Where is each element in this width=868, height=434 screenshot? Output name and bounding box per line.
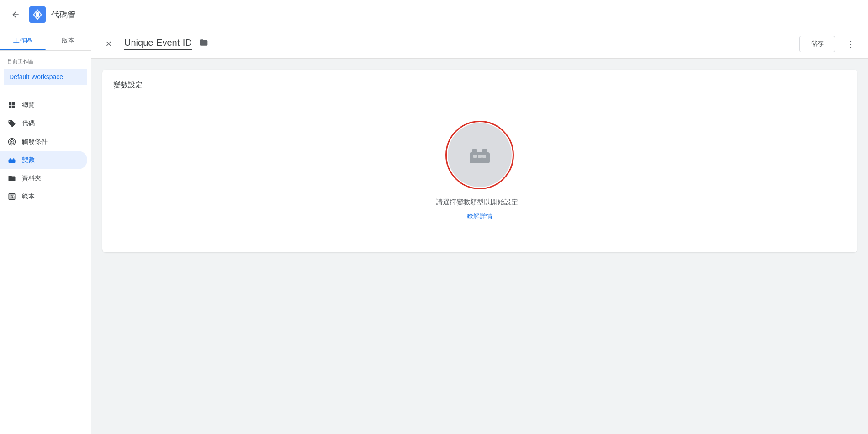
svg-rect-15 (482, 155, 486, 158)
panel-header: × Unique-Event-ID 儲存 ⋮ (91, 29, 868, 59)
templates-label: 範本 (22, 193, 35, 201)
panel-content: 變數設定 (91, 59, 868, 434)
sidebar-item-overview[interactable]: 總覽 (0, 96, 87, 114)
svg-rect-1 (36, 12, 39, 17)
back-icon (11, 10, 20, 19)
more-options-button[interactable]: ⋮ (842, 36, 859, 52)
sidebar-item-variables[interactable]: 變數 (0, 151, 87, 169)
grid-icon (7, 101, 16, 110)
placeholder-text: 請選擇變數類型以開始設定... (436, 198, 524, 207)
close-button[interactable]: × (101, 36, 117, 52)
workspace-badge[interactable]: Default Workspace (4, 69, 87, 85)
folder-icon (7, 174, 16, 183)
close-icon: × (106, 39, 112, 49)
template-icon (7, 192, 16, 201)
variables-label: 變數 (22, 156, 35, 164)
tab-version[interactable]: 版本 (46, 29, 91, 50)
workspace-section-label: 目前工作區 (0, 51, 91, 69)
sidebar-item-triggers[interactable]: 觸發條件 (0, 133, 87, 151)
overview-label: 總覽 (22, 101, 35, 109)
svg-point-4 (11, 141, 13, 143)
sidebar-item-tags[interactable]: 代碼 (0, 114, 87, 133)
panel-folder-icon[interactable] (199, 38, 208, 49)
triggers-label: 觸發條件 (22, 138, 48, 146)
lego-placeholder-icon (466, 141, 493, 169)
target-icon (7, 137, 16, 146)
svg-rect-5 (9, 160, 16, 163)
variable-config-card: 變數設定 (102, 70, 857, 252)
svg-rect-6 (10, 158, 11, 160)
learn-more-link[interactable]: 瞭解詳情 (467, 212, 492, 220)
card-title: 變數設定 (113, 80, 846, 90)
back-button[interactable] (7, 6, 24, 23)
app-title: 代碼管 (51, 9, 76, 20)
svg-rect-14 (478, 155, 482, 158)
tab-workspace[interactable]: 工作區 (0, 29, 46, 50)
svg-rect-11 (472, 149, 477, 153)
gtm-logo-icon (29, 6, 46, 23)
topbar: 代碼管 (0, 0, 868, 29)
panel-title: Unique-Event-ID (124, 38, 192, 50)
sidebar-tabs: 工作區 版本 (0, 29, 91, 51)
more-icon: ⋮ (846, 38, 856, 49)
placeholder-area: 請選擇變數類型以開始設定... 瞭解詳情 (113, 105, 846, 239)
svg-rect-7 (13, 158, 14, 160)
folders-label: 資料夾 (22, 174, 41, 182)
variable-lego-icon (7, 155, 16, 165)
sidebar-item-folders[interactable]: 資料夾 (0, 169, 87, 188)
save-button[interactable]: 儲存 (799, 36, 835, 52)
sidebar-nav: 總覽 代碼 觸發條件 (0, 92, 91, 209)
svg-rect-13 (473, 155, 477, 158)
sidebar: 工作區 版本 目前工作區 Default Workspace 總覽 (0, 29, 91, 434)
tag-icon (7, 119, 16, 128)
variable-type-selector[interactable] (448, 123, 512, 187)
app-logo (29, 6, 46, 23)
main-layout: 工作區 版本 目前工作區 Default Workspace 總覽 (0, 29, 868, 434)
content-area: × Unique-Event-ID 儲存 ⋮ 變數設定 (91, 29, 868, 434)
tags-label: 代碼 (22, 119, 35, 128)
svg-rect-12 (482, 149, 487, 153)
sidebar-item-templates[interactable]: 範本 (0, 188, 87, 206)
